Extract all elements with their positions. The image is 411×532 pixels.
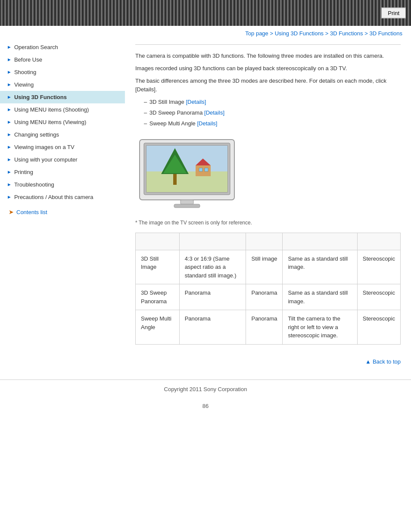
sidebar-item-label: Using 3D Functions: [14, 94, 121, 100]
sidebar-item-before-use[interactable]: ► Before Use: [0, 53, 125, 66]
intro-text-1: The camera is compatible with 3D functio…: [135, 52, 401, 61]
divider: [135, 44, 401, 45]
table-cell: [283, 233, 357, 250]
sidebar-item-label: Changing settings: [14, 131, 121, 138]
back-to-top-label: Back to top: [373, 358, 401, 365]
svg-rect-11: [205, 168, 208, 171]
copyright-text: Copyright 2011 Sony Corporation: [164, 386, 247, 392]
print-button[interactable]: Print: [381, 8, 406, 19]
sidebar-item-viewing-tv[interactable]: ► Viewing images on a TV: [0, 141, 125, 153]
sidebar-item-menu-viewing[interactable]: ► Using MENU items (Viewing): [0, 116, 125, 128]
sidebar-item-label: Troubleshooting: [14, 181, 121, 188]
details-link-3dstill[interactable]: [Details]: [186, 99, 206, 105]
sidebar-item-operation-search[interactable]: ► Operation Search: [0, 41, 125, 53]
image-caption: * The image on the TV screen is only for…: [135, 220, 401, 226]
header-bar: Print: [0, 0, 411, 26]
sidebar-item-label: Before Use: [14, 56, 121, 63]
table-row: 3D Sweep Panorama Panorama Panorama Same…: [136, 284, 401, 310]
arrow-icon: ►: [7, 119, 12, 124]
sidebar-item-troubleshooting[interactable]: ► Troubleshooting: [0, 178, 125, 191]
breadcrumb-3dfunctions1[interactable]: 3D Functions: [330, 30, 363, 37]
table-header-row: [136, 233, 401, 250]
contents-list-link[interactable]: ➤ Contents list: [0, 203, 125, 218]
table-cell-display: Stereoscopic: [357, 250, 400, 284]
table-cell-aspect: Panorama: [179, 284, 246, 310]
sidebar-item-label: Printing: [14, 169, 121, 175]
page-number: 86: [0, 398, 411, 412]
breadcrumb-using3d[interactable]: Using 3D Functions: [275, 30, 324, 37]
arrow-icon: ►: [7, 44, 12, 50]
arrow-icon: ►: [7, 157, 12, 162]
breadcrumb: Top page > Using 3D Functions > 3D Funct…: [0, 26, 411, 41]
table-row: Sweep Multi Angle Panorama Panorama Tilt…: [136, 310, 401, 345]
intro-text-2: Images recorded using 3D functions can b…: [135, 64, 401, 73]
sidebar-item-label: Using MENU items (Viewing): [14, 119, 121, 125]
arrow-icon: ►: [7, 94, 12, 100]
content-area: The camera is compatible with 3D functio…: [125, 41, 411, 375]
table-cell-mode: 3D Still Image: [136, 250, 180, 284]
svg-rect-13: [174, 204, 200, 208]
table-cell-mode: 3D Sweep Panorama: [136, 284, 180, 310]
sidebar-item-using-computer[interactable]: ► Using with your computer: [0, 153, 125, 166]
list-item: 3D Sweep Panorama [Details]: [144, 109, 401, 118]
sidebar-item-shooting[interactable]: ► Shooting: [0, 66, 125, 78]
arrow-icon: ►: [7, 107, 12, 112]
table-cell-aspect: 4:3 or 16:9 (Same aspect ratio as a stan…: [179, 250, 246, 284]
details-link-3dsweep[interactable]: [Details]: [204, 109, 224, 116]
breadcrumb-3dfunctions2[interactable]: 3D Functions: [369, 30, 402, 37]
svg-rect-12: [181, 200, 193, 204]
contents-list-label: Contents list: [16, 209, 47, 215]
sidebar-item-label: Viewing: [14, 81, 121, 88]
table-cell-aspect: Panorama: [179, 310, 246, 345]
arrow-icon: ►: [7, 82, 12, 87]
list-item: 3D Still Image [Details]: [144, 98, 401, 107]
table-cell-display: Stereoscopic: [357, 284, 400, 310]
sidebar-item-precautions[interactable]: ► Precautions / About this camera: [0, 191, 125, 203]
table-cell-type: Panorama: [246, 310, 283, 345]
table-row: 3D Still Image 4:3 or 16:9 (Same aspect …: [136, 250, 401, 284]
intro-text-3: The basic differences among the three 3D…: [135, 77, 401, 95]
sidebar-item-label: Using with your computer: [14, 156, 121, 163]
sidebar-item-using3d[interactable]: ► Using 3D Functions: [0, 91, 125, 103]
svg-rect-10: [199, 168, 202, 171]
sidebar-item-label: Precautions / About this camera: [14, 194, 121, 200]
arrow-icon: ►: [7, 182, 12, 187]
details-link-sweepangle[interactable]: [Details]: [197, 120, 217, 127]
sidebar-item-menu-shooting[interactable]: ► Using MENU items (Shooting): [0, 103, 125, 116]
sidebar-item-label: Operation Search: [14, 44, 121, 50]
sidebar-item-changing-settings[interactable]: ► Changing settings: [0, 128, 125, 141]
arrow-icon: ►: [7, 132, 12, 137]
table-cell: [179, 233, 246, 250]
breadcrumb-toppage[interactable]: Top page: [245, 30, 268, 37]
back-to-top-icon: ▲: [365, 358, 371, 365]
table-cell-note: Same as a standard still image.: [283, 250, 357, 284]
svg-rect-4: [146, 171, 227, 192]
sidebar-item-label: Using MENU items (Shooting): [14, 106, 121, 113]
arrow-icon: ►: [7, 57, 12, 62]
svg-rect-3: [146, 146, 227, 171]
sidebar-item-label: Shooting: [14, 69, 121, 75]
table-cell-type: Still image: [246, 250, 283, 284]
functions-table: 3D Still Image 4:3 or 16:9 (Same aspect …: [135, 233, 401, 345]
sidebar-item-viewing[interactable]: ► Viewing: [0, 78, 125, 91]
tv-illustration: [135, 135, 239, 213]
table-cell: [136, 233, 180, 250]
sidebar-item-printing[interactable]: ► Printing: [0, 166, 125, 178]
arrow-right-icon: ➤: [9, 208, 14, 215]
arrow-icon: ►: [7, 169, 12, 174]
sidebar-item-label: Viewing images on a TV: [14, 144, 121, 150]
arrow-icon: ►: [7, 69, 12, 75]
table-cell-note: Same as a standard still image.: [283, 284, 357, 310]
table-cell-mode: Sweep Multi Angle: [136, 310, 180, 345]
table-cell: [357, 233, 400, 250]
sidebar: ► Operation Search ► Before Use ► Shooti…: [0, 41, 125, 375]
table-cell-type: Panorama: [246, 284, 283, 310]
mode-list: 3D Still Image [Details] 3D Sweep Panora…: [144, 98, 401, 128]
arrow-icon: ►: [7, 194, 12, 199]
table-cell: [246, 233, 283, 250]
back-to-top-link[interactable]: ▲ Back to top: [365, 358, 401, 365]
arrow-icon: ►: [7, 144, 12, 149]
table-cell-display: Stereoscopic: [357, 310, 400, 345]
main-layout: ► Operation Search ► Before Use ► Shooti…: [0, 41, 411, 375]
table-cell-note: Tilt the camera to the right or left to …: [283, 310, 357, 345]
